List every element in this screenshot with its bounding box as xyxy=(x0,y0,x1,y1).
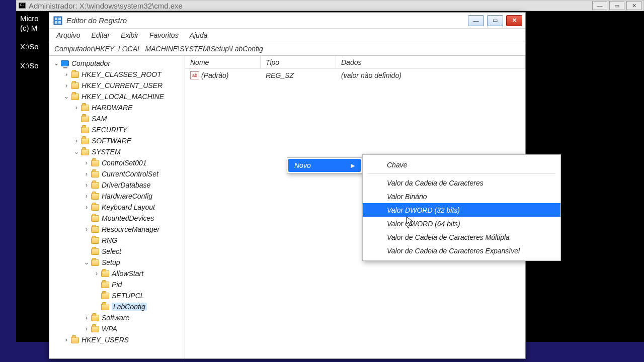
address-bar[interactable]: Computador\HKEY_LOCAL_MACHINE\SYSTEM\Set… xyxy=(49,42,525,56)
tree-item[interactable]: Select xyxy=(52,246,185,257)
tree-item[interactable]: ⌄SYSTEM xyxy=(52,146,185,157)
folder-icon xyxy=(70,81,79,89)
column-nome[interactable]: Nome xyxy=(185,56,261,68)
chevron-right-icon[interactable]: › xyxy=(83,170,91,177)
tree-item[interactable]: ›HardwareConfig xyxy=(52,191,185,202)
submenu-item[interactable]: Chave xyxy=(363,158,560,171)
tree-item-label: DriverDatabase xyxy=(102,181,150,189)
value-row[interactable]: ab (Padrão) REG_SZ (valor não definido) xyxy=(185,69,525,82)
chevron-right-icon[interactable]: › xyxy=(83,182,91,189)
tree-item[interactable]: RNG xyxy=(52,235,185,246)
tree-item[interactable]: ›HKEY_USERS xyxy=(52,334,185,345)
chevron-right-icon[interactable]: › xyxy=(62,71,70,78)
context-menu[interactable]: Novo ▶ xyxy=(287,157,362,173)
tree-item[interactable]: ›HARDWARE xyxy=(52,102,185,113)
tree-item-label: MountedDevices xyxy=(102,214,154,222)
chevron-down-icon[interactable]: ⌄ xyxy=(62,93,70,100)
context-submenu[interactable]: ChaveValor da Cadeia de CaracteresValor … xyxy=(362,154,561,261)
chevron-right-icon[interactable]: › xyxy=(72,137,80,144)
folder-icon xyxy=(80,104,90,112)
menu-ajuda[interactable]: Ajuda xyxy=(190,31,208,39)
chevron-down-icon[interactable]: ⌄ xyxy=(72,148,80,155)
minimize-button[interactable]: — xyxy=(468,15,484,26)
folder-icon xyxy=(80,137,90,145)
menu-arquivo[interactable]: Arquivo xyxy=(56,31,80,39)
tree-item[interactable]: ›WPA xyxy=(52,323,185,334)
svg-rect-4 xyxy=(58,21,61,24)
tree-item[interactable]: SECURITY xyxy=(52,124,185,135)
submenu-item[interactable]: Valor QWORD (64 bits) xyxy=(363,217,560,230)
column-dados[interactable]: Dados xyxy=(336,56,525,68)
chevron-right-icon[interactable]: › xyxy=(83,325,91,332)
menu-exibir[interactable]: Exibir xyxy=(121,31,138,39)
folder-icon xyxy=(101,281,110,289)
tree-item[interactable]: MountedDevices xyxy=(52,213,185,224)
svg-rect-1 xyxy=(55,18,57,20)
list-header[interactable]: Nome Tipo Dados xyxy=(185,56,525,69)
tree-item-label: HKEY_USERS xyxy=(82,336,129,344)
cmd-minimize-button[interactable]: — xyxy=(592,1,607,10)
tree-item[interactable]: ⌄Setup xyxy=(52,257,185,268)
tree-item[interactable]: ›HKEY_CURRENT_USER xyxy=(52,80,185,91)
chevron-right-icon[interactable]: › xyxy=(83,314,91,321)
tree-item-label: HardwareConfig xyxy=(102,192,152,200)
tree-item-label: SOFTWARE xyxy=(92,137,131,145)
chevron-right-icon[interactable]: › xyxy=(83,204,91,211)
chevron-down-icon[interactable]: ⌄ xyxy=(52,60,60,67)
tree-item[interactable]: Pid xyxy=(52,279,185,290)
chevron-right-icon[interactable]: › xyxy=(83,226,91,233)
regedit-titlebar[interactable]: Editor do Registro — ▭ ✕ xyxy=(49,13,525,29)
tree-item[interactable]: ›AllowStart xyxy=(52,268,185,279)
cmd-icon xyxy=(19,3,26,9)
cmd-maximize-button[interactable]: ▭ xyxy=(609,1,624,10)
address-text: Computador\HKEY_LOCAL_MACHINE\SYSTEM\Set… xyxy=(54,45,263,53)
submenu-item[interactable]: Valor de Cadeia de Caracteres Expansível xyxy=(363,244,560,257)
tree-item[interactable]: SETUPCL xyxy=(52,290,185,301)
folder-icon xyxy=(70,336,79,344)
context-item-novo[interactable]: Novo ▶ xyxy=(288,159,361,172)
tree-pane[interactable]: ⌄Computador›HKEY_CLASSES_ROOT›HKEY_CURRE… xyxy=(49,56,185,358)
tree-item[interactable]: ⌄Computador xyxy=(52,58,185,69)
tree-item-label: WPA xyxy=(102,325,117,333)
folder-icon xyxy=(80,148,90,156)
folder-icon xyxy=(91,325,100,333)
submenu-item[interactable]: Valor Binário xyxy=(363,190,560,203)
maximize-button[interactable]: ▭ xyxy=(487,15,503,26)
regedit-title: Editor do Registro xyxy=(66,16,127,25)
chevron-right-icon[interactable]: › xyxy=(62,82,70,89)
column-tipo[interactable]: Tipo xyxy=(261,56,336,68)
tree-item[interactable]: ›SOFTWARE xyxy=(52,135,185,146)
value-type: REG_SZ xyxy=(261,71,336,79)
menu-editar[interactable]: Editar xyxy=(91,31,110,39)
tree-item[interactable]: ›CurrentControlSet xyxy=(52,168,185,179)
submenu-item[interactable]: Valor DWORD (32 bits) xyxy=(363,203,560,217)
tree-item[interactable]: ›Software xyxy=(52,312,185,323)
folder-icon xyxy=(80,115,90,123)
cmd-close-button[interactable]: ✕ xyxy=(626,1,641,10)
chevron-right-icon[interactable]: › xyxy=(93,270,101,277)
tree-item-label: HKEY_LOCAL_MACHINE xyxy=(82,93,164,101)
tree-item[interactable]: ›Keyboard Layout xyxy=(52,202,185,213)
chevron-right-icon[interactable]: › xyxy=(83,193,91,200)
chevron-right-icon[interactable]: › xyxy=(72,104,80,111)
tree-item[interactable]: ›ControlSet001 xyxy=(52,157,185,168)
regedit-app-icon xyxy=(53,16,62,25)
tree-item[interactable]: LabConfig xyxy=(52,301,185,312)
submenu-item[interactable]: Valor da Cadeia de Caracteres xyxy=(363,176,560,190)
tree-item[interactable]: ⌄HKEY_LOCAL_MACHINE xyxy=(52,91,185,102)
submenu-item[interactable]: Valor de Cadeia de Caracteres Múltipla xyxy=(363,230,560,244)
cmd-titlebar[interactable]: Administrador: X:\windows\system32\cmd.e… xyxy=(16,0,644,11)
tree-item-label: Computador xyxy=(71,59,110,67)
menu-bar: Arquivo Editar Exibir Favoritos Ajuda xyxy=(49,29,525,42)
menu-favoritos[interactable]: Favoritos xyxy=(149,31,179,39)
tree-item[interactable]: SAM xyxy=(52,113,185,124)
chevron-down-icon[interactable]: ⌄ xyxy=(83,259,91,266)
chevron-right-icon[interactable]: › xyxy=(83,159,91,166)
chevron-right-icon[interactable]: › xyxy=(62,336,70,343)
tree-item-label: Keyboard Layout xyxy=(102,203,155,211)
tree-item[interactable]: ›ResourceManager xyxy=(52,224,185,235)
tree-item[interactable]: ›HKEY_CLASSES_ROOT xyxy=(52,69,185,80)
close-button[interactable]: ✕ xyxy=(506,15,522,26)
tree-item[interactable]: ›DriverDatabase xyxy=(52,179,185,191)
tree-item-label: SECURITY xyxy=(92,126,127,134)
